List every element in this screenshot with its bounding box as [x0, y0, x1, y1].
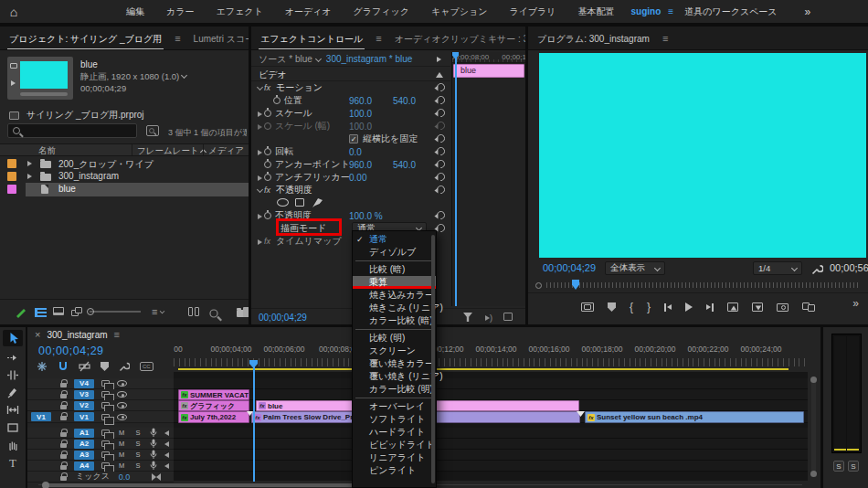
type-tool[interactable]: T — [9, 456, 16, 471]
tab-effect-controls[interactable]: エフェクトコントロール — [259, 27, 365, 50]
pen-mask-icon[interactable] — [312, 198, 323, 207]
icon-view-button[interactable] — [53, 307, 64, 315]
find-button[interactable] — [209, 309, 217, 317]
workspace-overflow-icon[interactable]: » — [805, 5, 811, 18]
source-patch-badge[interactable]: V1 — [31, 412, 51, 421]
stopwatch-icon[interactable] — [264, 110, 271, 117]
track-badge[interactable]: A1 — [74, 429, 94, 438]
step-forward-button[interactable] — [706, 303, 714, 312]
track-badge[interactable]: A4 — [74, 461, 94, 471]
sync-lock-icon[interactable] — [101, 430, 110, 436]
sync-lock-icon[interactable] — [101, 414, 110, 420]
sync-lock-icon[interactable] — [101, 462, 110, 469]
menu-item-pin-light[interactable]: ピンライト — [353, 464, 436, 477]
transport-overflow-icon[interactable]: » — [852, 297, 859, 310]
step-back-button[interactable] — [664, 303, 672, 312]
program-scrubber[interactable] — [535, 280, 861, 291]
reset-icon[interactable] — [435, 158, 447, 170]
timeline-settings-wrench-icon[interactable] — [119, 361, 130, 372]
extract-button[interactable] — [752, 302, 763, 312]
track-output-eye-icon[interactable] — [117, 414, 127, 420]
sync-lock-icon[interactable] — [101, 402, 110, 408]
workspace-label[interactable]: 道具のワークスペース — [684, 5, 804, 18]
solo-button[interactable]: S — [133, 461, 143, 470]
stopwatch-icon[interactable] — [264, 148, 271, 155]
sync-lock-icon[interactable] — [101, 391, 110, 398]
play-button[interactable] — [685, 302, 693, 312]
reset-icon[interactable] — [435, 184, 447, 196]
user-name[interactable]: sugino — [631, 6, 669, 16]
find-in-project-icon[interactable] — [146, 125, 159, 136]
zoom-slider[interactable] — [90, 311, 141, 313]
vscroll-bottom-handle-icon[interactable] — [810, 471, 817, 477]
lock-icon[interactable] — [60, 383, 67, 387]
chevron-down-icon[interactable] — [315, 56, 322, 62]
clip-sunset[interactable]: fx Sunset yellow sun beach .mp4 — [585, 411, 804, 423]
position-y-value[interactable]: 540.0 — [393, 96, 416, 106]
mix-value[interactable]: 0.0 — [119, 472, 131, 482]
comparison-view-button[interactable] — [802, 302, 815, 312]
source-clip-label[interactable]: ソース * blue — [259, 53, 312, 66]
clip-summer-vacation[interactable]: fx SUMMER VACATION — [178, 389, 249, 400]
clip-name[interactable]: blue — [58, 184, 76, 194]
list-view-button[interactable] — [35, 308, 47, 317]
lock-icon[interactable] — [60, 454, 67, 459]
twirl-closed-icon[interactable] — [258, 150, 262, 155]
sync-lock-icon[interactable] — [101, 440, 110, 447]
stopwatch-icon[interactable] — [264, 212, 271, 219]
snap-magnet-icon[interactable] — [58, 361, 69, 372]
lock-icon[interactable] — [60, 394, 67, 398]
menu-item-lighten[interactable]: 比較 (明) — [353, 332, 436, 345]
track-badge[interactable]: A2 — [74, 440, 94, 449]
reset-icon[interactable] — [435, 209, 447, 221]
speaker-icon[interactable] — [164, 441, 169, 447]
position-row[interactable]: 位置 960.0 540.0 — [251, 94, 450, 107]
track-header-v3[interactable]: V3 — [27, 389, 174, 400]
close-tab-icon[interactable]: × — [35, 329, 40, 340]
search-input[interactable] — [7, 123, 137, 138]
bin-row[interactable]: 200_クロップ・ワイプ — [0, 157, 249, 170]
bin-name[interactable]: 300_instagram — [58, 171, 119, 181]
twirl-icon[interactable] — [27, 161, 32, 166]
column-media[interactable]: メディア — [208, 145, 244, 157]
track-header-a1[interactable]: A1 M S — [27, 428, 174, 439]
new-item-button[interactable] — [243, 307, 249, 317]
clip-graphic[interactable]: fx グラフィック — [178, 400, 249, 411]
menu-item-linear-burn[interactable]: 焼きこみ (リニア) — [353, 302, 436, 314]
menu-scrollbar[interactable] — [431, 235, 435, 483]
menu-item-color-burn[interactable]: 焼き込みカラー — [353, 289, 436, 302]
fit-select[interactable]: 全体表示 — [605, 261, 665, 275]
vscroll-top-handle-icon[interactable] — [810, 377, 817, 383]
tab-lumetri-scopes[interactable]: Lumetri スコープ — [192, 27, 249, 50]
mini-clip-bar[interactable]: blue — [453, 64, 524, 78]
bin-row[interactable]: 300_instagram — [0, 170, 249, 183]
scrubber-ticks[interactable] — [546, 282, 861, 288]
checkbox-checked-icon[interactable]: ✓ — [349, 134, 358, 143]
vertical-scrollbar[interactable] — [811, 378, 816, 475]
play-preview-icon[interactable]: ) — [485, 313, 492, 323]
solo-button[interactable]: S — [133, 440, 143, 448]
bowtie-icon[interactable] — [152, 473, 161, 481]
scroll-right-arrow-icon[interactable] — [437, 57, 441, 62]
column-framerate[interactable]: フレームレート — [137, 145, 206, 157]
lock-icon[interactable] — [60, 405, 67, 409]
menu-item-darker-color[interactable]: カラー比較 (暗) — [353, 314, 436, 327]
menu-item-screen[interactable]: スクリーン — [353, 345, 436, 357]
timeline-panel-menu-icon[interactable]: ≡ — [114, 329, 120, 340]
opacity-effect-row[interactable]: fx 不透明度 — [251, 184, 450, 196]
home-icon[interactable]: ⌂ — [0, 5, 27, 19]
scale-row[interactable]: スケール 100.0 — [251, 107, 450, 120]
track-header-v1[interactable]: V1 V1 — [27, 411, 174, 423]
program-video-frame[interactable] — [539, 53, 866, 258]
project-panel-menu-icon[interactable]: ≡ — [175, 33, 180, 44]
lock-icon[interactable] — [60, 443, 67, 448]
reset-icon[interactable] — [435, 94, 447, 106]
track-badge[interactable]: V2 — [74, 401, 94, 410]
menu-item-linear-light[interactable]: リニアライト — [353, 451, 436, 464]
preview-thumbnail[interactable] — [7, 57, 73, 100]
lock-icon[interactable] — [60, 476, 67, 481]
sync-lock-icon[interactable] — [101, 451, 110, 458]
anchor-x-value[interactable]: 960.0 — [349, 160, 372, 170]
menu-essential-layout[interactable]: 基本配置 — [578, 5, 631, 18]
ripple-edit-tool[interactable] — [6, 369, 19, 381]
